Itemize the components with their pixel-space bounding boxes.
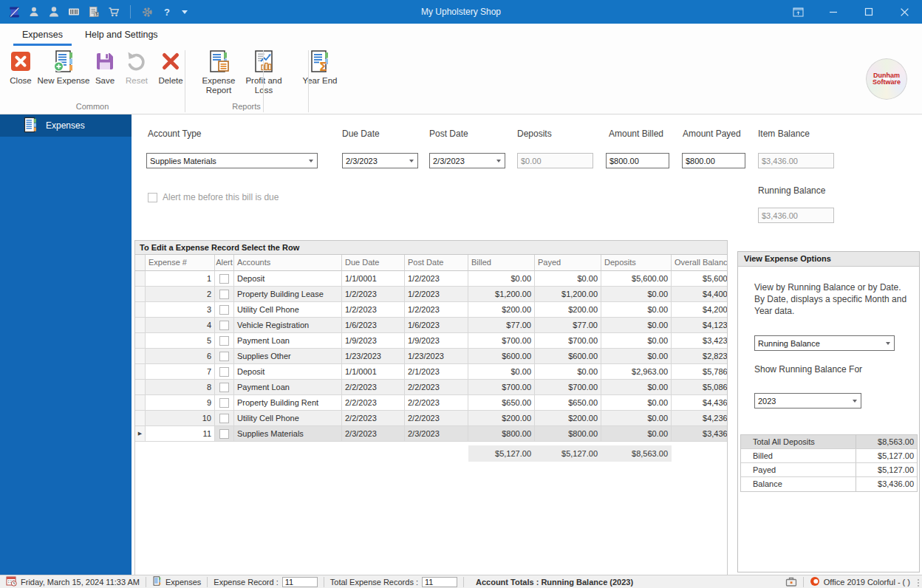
expenses-ledger-icon (22, 117, 38, 135)
expense-report-button[interactable]: Expense Report (197, 46, 241, 95)
alert-checkbox[interactable] (219, 383, 229, 392)
cell-overall-balance: $4,436.00 (672, 395, 728, 411)
cell-alert[interactable] (215, 395, 234, 411)
cell-alert[interactable] (215, 287, 234, 302)
post-date-picker[interactable]: 2/3/2023 (429, 153, 505, 168)
table-row[interactable]: 1 Deposit 1/1/0001 1/2/2023 $0.00 $0.00 … (135, 271, 728, 287)
profit-and-loss-button[interactable]: Profit and Loss (241, 46, 287, 95)
header-billed[interactable]: Billed (468, 255, 535, 271)
alert-checkbox[interactable] (219, 274, 229, 284)
ribbon-display-options-icon[interactable] (780, 0, 816, 24)
help-icon[interactable]: ? (160, 5, 174, 18)
alert-checkbox[interactable] (219, 321, 229, 330)
header-expense-num[interactable]: Expense # (146, 255, 215, 271)
table-row[interactable]: 5 Payment Loan 1/9/2023 1/9/2023 $700.00… (135, 333, 728, 349)
year-end-button[interactable]: Σ Year End (298, 46, 341, 86)
grid-caption: To Edit a Expense Record Select the Row (135, 241, 727, 255)
close-button[interactable]: Close (4, 46, 37, 86)
header-overall-balance[interactable]: Overall Balance (672, 255, 728, 271)
checkbox-icon[interactable] (148, 193, 157, 202)
table-row[interactable]: 9 Property Building Rent 2/2/2023 2/2/20… (135, 395, 728, 411)
status-theme[interactable]: Office 2019 Colorful - ( ) (804, 576, 916, 588)
alert-checkbox[interactable] (219, 352, 229, 361)
account-type-select[interactable]: Supplies Materials (146, 153, 318, 168)
alert-checkbox[interactable] (219, 429, 229, 439)
total-records-field[interactable] (422, 577, 457, 587)
close-window-icon[interactable] (887, 0, 922, 24)
cell-post-date: 1/9/2023 (405, 333, 468, 349)
minimize-icon[interactable] (816, 0, 851, 24)
cell-alert[interactable] (215, 380, 234, 395)
expense-record-field[interactable] (282, 577, 318, 587)
table-row[interactable]: 8 Payment Loan 2/2/2023 2/2/2023 $700.00… (135, 380, 728, 395)
table-row[interactable]: 6 Supplies Other 1/23/2023 1/23/2023 $60… (135, 349, 728, 364)
sidebar-item-expenses[interactable]: Expenses (0, 114, 132, 137)
year-select[interactable]: 2023 (754, 393, 861, 408)
cart-icon[interactable] (107, 5, 120, 18)
settings-gear-icon[interactable] (140, 5, 154, 18)
cell-overall-balance: $4,200.00 (672, 302, 728, 318)
amount-billed-field[interactable] (606, 153, 669, 168)
header-due-date[interactable]: Due Date (342, 255, 405, 271)
options-description: View by Running Balance or by Date. By D… (754, 281, 912, 318)
new-expense-icon (52, 49, 75, 73)
cell-expense-num: 9 (146, 395, 215, 411)
group-label-common: Common (0, 102, 185, 111)
cell-alert[interactable] (215, 364, 234, 380)
table-row[interactable]: 10 Utility Cell Phone 2/2/2023 2/2/2023 … (135, 411, 728, 426)
alert-checkbox[interactable] (219, 305, 229, 315)
chevron-down-icon (496, 160, 501, 163)
cell-alert[interactable] (215, 349, 234, 364)
cell-alert[interactable] (215, 426, 234, 442)
maximize-icon[interactable] (851, 0, 887, 24)
cell-billed: $700.00 (468, 380, 535, 395)
alert-checkbox[interactable] (219, 398, 229, 408)
alert-checkbox[interactable] (219, 367, 229, 377)
table-row[interactable]: ▶ 11 Supplies Materials 2/3/2023 2/3/202… (135, 426, 728, 442)
cell-accounts: Deposit (234, 271, 342, 287)
amount-payed-field[interactable] (682, 153, 745, 168)
toolbar-dropdown-icon[interactable] (182, 10, 188, 14)
cell-payed: $77.00 (535, 318, 601, 333)
briefcase-icon[interactable] (779, 576, 803, 587)
cell-alert[interactable] (215, 411, 234, 426)
table-row[interactable]: 2 Property Building Lease 1/2/2023 1/2/2… (135, 287, 728, 302)
sidebar: Expenses (0, 114, 132, 575)
header-post-date[interactable]: Post Date (405, 255, 468, 271)
customer-icon[interactable] (27, 5, 41, 18)
delete-button[interactable]: Delete (154, 46, 188, 86)
cell-alert[interactable] (215, 271, 234, 287)
new-expense-button[interactable]: New Expense (37, 46, 90, 86)
resize-grip[interactable] (916, 579, 922, 588)
view-by-select[interactable]: Running Balance (754, 335, 895, 351)
alert-before-due-checkbox[interactable]: Alert me before this bill is due (148, 192, 279, 202)
table-row[interactable]: 7 Deposit 1/1/0001 2/1/2023 $0.00 $0.00 … (135, 364, 728, 380)
cell-alert[interactable] (215, 302, 234, 318)
status-expense-record: Expense Record : (208, 577, 323, 587)
amount-payed-label: Amount Payed (683, 129, 741, 139)
table-row[interactable]: 4 Vehicle Registration 1/6/2023 1/6/2023… (135, 318, 728, 333)
alert-checkbox[interactable] (219, 290, 229, 299)
reset-button[interactable]: Reset (120, 46, 154, 86)
alert-checkbox[interactable] (219, 336, 229, 346)
employee-icon[interactable] (47, 5, 61, 18)
cell-expense-num: 5 (146, 333, 215, 349)
invoice-icon[interactable]: $ (87, 5, 100, 18)
account-total-label: Balance (741, 477, 856, 491)
tab-expenses[interactable]: Expenses (13, 24, 72, 46)
cell-alert[interactable] (215, 333, 234, 349)
save-button[interactable]: Save (90, 46, 120, 86)
grid-rows: 1 Deposit 1/1/0001 1/2/2023 $0.00 $0.00 … (135, 271, 728, 442)
header-alert[interactable]: Alert (215, 255, 234, 271)
header-payed[interactable]: Payed (535, 255, 601, 271)
barcode-icon[interactable] (67, 5, 81, 18)
table-row[interactable]: 3 Utility Cell Phone 1/2/2023 1/2/2023 $… (135, 302, 728, 318)
alert-checkbox[interactable] (219, 414, 229, 423)
header-accounts[interactable]: Accounts (234, 255, 342, 271)
due-date-picker[interactable]: 2/3/2023 (342, 153, 418, 168)
cell-alert[interactable] (215, 318, 234, 333)
tab-help-and-settings[interactable]: Help and Settings (76, 24, 167, 46)
cell-overall-balance: $5,086.00 (672, 380, 728, 395)
header-deposits[interactable]: Deposits (601, 255, 672, 271)
row-indicator (135, 364, 146, 380)
